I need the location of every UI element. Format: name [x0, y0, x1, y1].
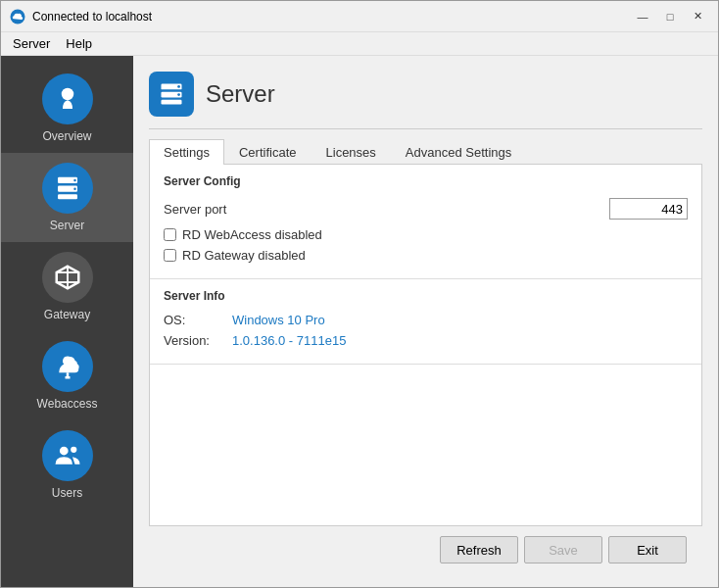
webaccess-icon — [53, 352, 82, 381]
users-icon — [53, 441, 82, 470]
refresh-button[interactable]: Refresh — [440, 536, 518, 564]
sidebar-item-server[interactable]: Server — [1, 153, 133, 242]
sidebar-item-webaccess[interactable]: Webaccess — [1, 331, 133, 420]
svg-point-12 — [177, 85, 180, 88]
svg-point-8 — [71, 447, 76, 453]
page-header-icon — [149, 72, 194, 117]
svg-rect-11 — [162, 100, 182, 105]
tab-content: Server Config Server port RD WebAccess d… — [149, 165, 702, 526]
os-key: OS: — [164, 313, 232, 327]
main-layout: Overview Server — [1, 56, 718, 588]
titlebar: Connected to localhost — □ ✕ — [1, 1, 718, 32]
menu-server[interactable]: Server — [5, 34, 58, 53]
rd-webaccess-checkbox[interactable] — [164, 228, 176, 241]
server-sidebar-icon — [53, 173, 82, 203]
os-value: Windows 10 Pro — [232, 313, 325, 327]
version-key: Version: — [164, 333, 232, 348]
overview-icon — [53, 84, 82, 114]
sidebar-item-gateway[interactable]: Gateway — [1, 242, 133, 331]
minimize-button[interactable]: — — [630, 7, 655, 26]
svg-point-5 — [73, 179, 76, 182]
page-server-icon — [158, 80, 185, 108]
webaccess-icon-bg — [42, 341, 93, 392]
rd-webaccess-row: RD WebAccess disabled — [164, 227, 688, 242]
sidebar-item-overview[interactable]: Overview — [1, 64, 133, 153]
gateway-icon — [53, 263, 82, 292]
sidebar-item-users[interactable]: Users — [1, 420, 133, 510]
content-area: Server Settings Certificate Licenses Adv… — [133, 56, 718, 588]
save-button[interactable]: Save — [524, 536, 602, 564]
server-port-label: Server port — [164, 202, 609, 217]
tab-advanced-settings[interactable]: Advanced Settings — [391, 139, 526, 165]
svg-rect-4 — [58, 194, 77, 199]
tab-certificate[interactable]: Certificate — [224, 139, 312, 165]
close-button[interactable]: ✕ — [685, 7, 710, 26]
sidebar-label-gateway: Gateway — [44, 308, 90, 321]
page-header: Server — [149, 72, 702, 117]
server-info-title: Server Info — [164, 289, 688, 303]
svg-point-13 — [177, 93, 180, 96]
sidebar-label-server: Server — [50, 219, 84, 232]
rd-gateway-checkbox[interactable] — [164, 249, 176, 262]
tab-bar: Settings Certificate Licenses Advanced S… — [149, 139, 702, 165]
menu-help[interactable]: Help — [58, 34, 100, 53]
server-port-input[interactable] — [609, 198, 688, 220]
server-config-title: Server Config — [164, 174, 688, 188]
tab-settings[interactable]: Settings — [149, 139, 224, 165]
page-divider — [149, 128, 702, 129]
svg-point-1 — [61, 88, 73, 101]
page-title: Server — [206, 80, 275, 108]
menubar: Server Help — [1, 32, 718, 56]
footer: Refresh Save Exit — [149, 526, 702, 573]
rd-webaccess-label[interactable]: RD WebAccess disabled — [182, 227, 322, 242]
users-icon-bg — [42, 430, 93, 481]
svg-point-7 — [59, 447, 68, 456]
tab-licenses[interactable]: Licenses — [312, 139, 391, 165]
window-controls: — □ ✕ — [630, 7, 710, 26]
version-value: 1.0.136.0 - 7111e15 — [232, 333, 346, 348]
exit-button[interactable]: Exit — [608, 536, 687, 564]
rd-gateway-row: RD Gateway disabled — [164, 248, 688, 263]
server-config-section: Server Config Server port RD WebAccess d… — [150, 165, 701, 279]
sidebar: Overview Server — [1, 56, 133, 588]
server-icon-bg — [42, 163, 93, 214]
version-row: Version: 1.0.136.0 - 7111e15 — [164, 333, 688, 348]
overview-icon-bg — [42, 74, 93, 124]
gateway-icon-bg — [42, 252, 93, 303]
sidebar-label-users: Users — [52, 486, 82, 500]
server-info-section: Server Info OS: Windows 10 Pro Version: … — [150, 279, 701, 365]
sidebar-label-overview: Overview — [42, 129, 91, 143]
window-title: Connected to localhost — [32, 10, 630, 24]
app-icon — [9, 8, 26, 25]
maximize-button[interactable]: □ — [657, 7, 683, 26]
rd-gateway-label[interactable]: RD Gateway disabled — [182, 248, 306, 263]
svg-point-6 — [73, 187, 76, 190]
server-port-row: Server port — [164, 198, 688, 220]
sidebar-label-webaccess: Webaccess — [37, 397, 98, 411]
os-row: OS: Windows 10 Pro — [164, 313, 688, 327]
